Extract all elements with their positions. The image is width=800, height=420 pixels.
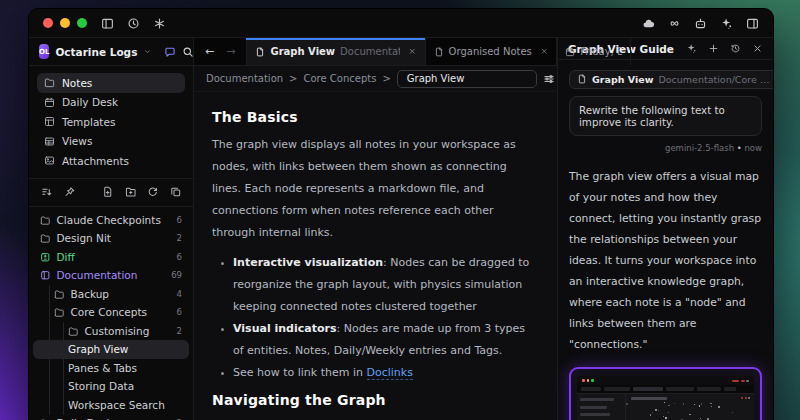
assistant-response: The graph view offers a visual map of yo… xyxy=(569,166,762,355)
history-icon[interactable] xyxy=(730,43,741,54)
tree-item-backup[interactable]: Backup 4 xyxy=(33,285,189,304)
message-meta: gemini-2.5-flash • now xyxy=(569,143,762,153)
template-icon xyxy=(44,116,55,127)
sparkles-icon[interactable] xyxy=(720,17,733,30)
refresh-icon[interactable] xyxy=(147,186,159,198)
tab-title: Graph View xyxy=(270,46,335,57)
copy-icon[interactable] xyxy=(170,186,182,198)
tree-label: Diff xyxy=(57,251,75,263)
note-title-field[interactable]: Graph View xyxy=(397,70,537,88)
tree-count: 6 xyxy=(177,252,182,262)
calendar-icon xyxy=(565,47,575,57)
video-preview[interactable] xyxy=(569,367,762,420)
new-folder-icon[interactable] xyxy=(125,186,137,198)
folder-icon xyxy=(68,326,79,337)
model-name: gemini-2.5-flash xyxy=(665,143,734,153)
tab-title: Friday, D xyxy=(580,46,622,57)
doclinks-link[interactable]: Doclinks xyxy=(367,366,413,380)
forward-arrow-icon[interactable]: → xyxy=(226,45,235,58)
list-item: Visual indicators: Nodes are made up fro… xyxy=(233,318,539,362)
tree-item-customising[interactable]: Customising 2 xyxy=(33,322,189,341)
file-icon xyxy=(577,74,587,84)
tree-item-diff[interactable]: Diff 6 xyxy=(33,248,189,267)
folder-icon xyxy=(54,307,65,318)
sort-icon[interactable] xyxy=(41,186,53,198)
maximize-window-button[interactable] xyxy=(77,18,87,28)
app-window: OL Octarine Logs Notes Daily Desk xyxy=(28,8,774,420)
list-item: Interactive visualization: Nodes can be … xyxy=(233,252,539,318)
sidebar-item-templates[interactable]: Templates xyxy=(37,112,185,132)
context-chip[interactable]: Graph View Documentation/Core Concepts xyxy=(569,70,773,89)
tree-item-design-nit[interactable]: Design Nit 2 xyxy=(33,229,189,248)
tree-item-documentation[interactable]: Documentation 69 xyxy=(33,266,189,285)
tab-friday[interactable]: Friday, D xyxy=(557,38,631,65)
close-window-button[interactable] xyxy=(43,18,53,28)
search-icon[interactable] xyxy=(182,46,194,58)
sparkles-icon[interactable] xyxy=(686,43,697,54)
breadcrumb-separator: > xyxy=(382,73,390,84)
sidebar-item-daily-desk[interactable]: Daily Desk xyxy=(37,93,185,113)
cloud-icon[interactable] xyxy=(642,17,655,30)
tree-label: Claude Checkpoints xyxy=(57,214,161,226)
image-icon xyxy=(44,155,55,166)
tree-label: Documentation xyxy=(57,269,138,281)
tree-item-storing-data[interactable]: Storing Data xyxy=(33,377,189,396)
assistant-panel: Graph View Guide Graph View Documentatio… xyxy=(558,38,773,420)
bullet-list: Interactive visualization: Nodes can be … xyxy=(212,252,539,384)
new-chat-icon[interactable] xyxy=(708,43,719,54)
window-controls xyxy=(43,18,87,28)
tree-label: Design Nit xyxy=(57,232,111,244)
chat-icon[interactable] xyxy=(164,46,176,58)
tree-item-core-concepts[interactable]: Core Concepts 6 xyxy=(33,303,189,322)
tree-item-panes-tabs[interactable]: Panes & Tabs xyxy=(33,359,189,378)
tree-item-daily-desk[interactable]: Daily Desk 3 xyxy=(33,414,189,420)
chevron-down-icon[interactable] xyxy=(143,47,152,56)
folder-icon xyxy=(40,233,51,244)
sidebar-item-notes[interactable]: Notes xyxy=(37,73,185,93)
tree-label: Workspace Search xyxy=(68,399,165,411)
nav-label: Views xyxy=(62,135,92,147)
tree-label: Storing Data xyxy=(68,380,134,392)
doodle-icon[interactable] xyxy=(668,17,681,30)
list-item: See how to link them in Doclinks xyxy=(233,362,539,384)
clock-icon[interactable] xyxy=(127,17,140,30)
bot-icon[interactable] xyxy=(694,17,707,30)
section-heading: Navigating the Graph xyxy=(212,392,539,408)
close-panel-icon[interactable] xyxy=(752,43,763,54)
tab-graph-view[interactable]: Graph View Documentation xyxy=(246,38,425,65)
breadcrumb-item[interactable]: Core Concepts xyxy=(303,73,376,84)
new-note-icon[interactable] xyxy=(102,186,114,198)
sliders-icon[interactable] xyxy=(543,73,555,85)
titlebar xyxy=(29,9,773,38)
panel-right-icon[interactable] xyxy=(746,17,759,30)
tab-organised-notes[interactable]: Organised Notes xyxy=(426,38,558,65)
note-content[interactable]: The Basics The graph view displays all n… xyxy=(194,92,557,420)
file-icon xyxy=(434,47,444,57)
panel-left-icon[interactable] xyxy=(101,17,114,30)
tree-label: Panes & Tabs xyxy=(68,362,137,374)
sidebar-item-attachments[interactable]: Attachments xyxy=(37,151,185,171)
tree-item-graph-view[interactable]: Graph View xyxy=(33,340,189,359)
chip-title: Graph View xyxy=(592,74,653,85)
workspace-avatar[interactable]: OL xyxy=(39,44,49,59)
tree-item-claude-checkpoints[interactable]: Claude Checkpoints 6 xyxy=(33,211,189,230)
tree-label: Customising xyxy=(85,325,150,337)
workspace-name[interactable]: Octarine Logs xyxy=(55,46,137,58)
sidebar-nav: Notes Daily Desk Templates Views Attachm… xyxy=(29,66,193,179)
pin-icon[interactable] xyxy=(64,186,76,198)
sidebar-item-views[interactable]: Views xyxy=(37,132,185,152)
close-tab-icon[interactable] xyxy=(408,47,417,56)
tree-count: 2 xyxy=(177,233,182,243)
close-tab-icon[interactable] xyxy=(540,47,549,56)
tree-item-workspace-search[interactable]: Workspace Search xyxy=(33,396,189,415)
calendar-icon xyxy=(44,97,55,108)
asterisk-icon[interactable] xyxy=(153,17,166,30)
section-heading: The Basics xyxy=(212,109,539,125)
back-arrow-icon[interactable]: ← xyxy=(205,45,214,58)
minimize-window-button[interactable] xyxy=(60,18,70,28)
file-tree: Claude Checkpoints 6 Design Nit 2 Diff 6… xyxy=(29,207,193,420)
editor-pane: ← → Graph View Documentation Organised N… xyxy=(194,38,558,420)
breadcrumb-separator: > xyxy=(289,73,297,84)
breadcrumb: Documentation > Core Concepts > Graph Vi… xyxy=(194,66,557,92)
breadcrumb-item[interactable]: Documentation xyxy=(206,73,283,84)
